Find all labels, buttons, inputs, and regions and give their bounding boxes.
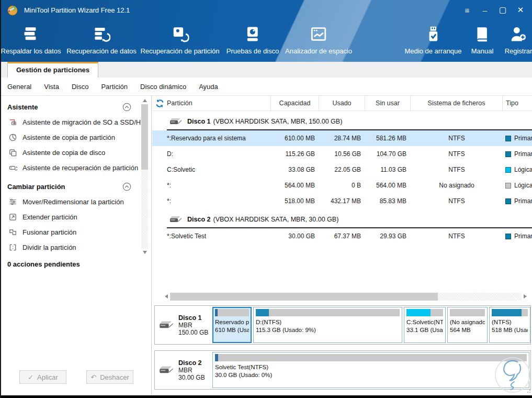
column-sistema-ficheros[interactable]: Sistema de ficheros [411, 96, 503, 111]
usage-bar [256, 309, 400, 316]
scrollbar-thumb[interactable] [141, 104, 148, 170]
table-row[interactable]: D: 115.26 GB 10.56 GB 104.70 GB NTFS Pri… [152, 146, 532, 162]
toolbar: Respaldar los datos Recuperación de dato… [1, 20, 532, 62]
type-color-swatch [505, 198, 511, 204]
sidebar-item-extender-particion[interactable]: Extender partición [1, 209, 151, 225]
section-asistente: Asistente [1, 99, 151, 115]
toolbar-medio-de-arranque[interactable]: Medio de arranque [404, 22, 461, 55]
sidebar-item-recuperacion-particion[interactable]: Asistente de recuperación de partición [1, 160, 151, 175]
content-area: Asistente Asistente de migración de SO a… [1, 95, 532, 395]
scroll-up-icon[interactable] [143, 99, 147, 102]
extend-partition-icon [8, 213, 17, 222]
scroll-left-icon[interactable] [165, 294, 168, 298]
toolbar-recuperacion-de-datos[interactable]: Recuperación de datos [66, 22, 137, 55]
sidebar-item-copia-disco[interactable]: Asistente de copia de disco [1, 145, 151, 160]
collapse-icon[interactable] [122, 103, 131, 112]
toolbar-respaldar-los-datos[interactable]: Respaldar los datos [1, 22, 61, 55]
copy-partition-icon [8, 133, 17, 142]
window-bottom-edge [1, 395, 532, 398]
sidebar-item-mover-redimensionar[interactable]: Mover/Redimensionar la partición [1, 194, 151, 209]
type-color-swatch [505, 183, 511, 189]
sidebar-item-dividir-particion[interactable]: Dividir la partición [1, 240, 151, 255]
recover-partition-icon [8, 163, 17, 172]
toolbar-manual[interactable]: Manual [471, 22, 494, 55]
sidebar-item-fusionar-particion[interactable]: Fusionar partición [1, 225, 151, 240]
refresh-icon[interactable] [155, 99, 164, 108]
menu-ayuda[interactable]: Ayuda [199, 83, 218, 91]
disk-icon [159, 365, 174, 375]
scroll-right-icon[interactable] [524, 294, 527, 298]
collapse-icon[interactable] [122, 182, 131, 191]
close-icon[interactable]: ✕ [513, 2, 528, 18]
register-user-icon [505, 22, 532, 46]
tab-gestion-de-particiones[interactable]: Gestión de particiones [7, 62, 98, 78]
titlebar: MiniTool Partition Wizard Free 12.1 ≡ – … [1, 0, 532, 20]
window-controls: ≡ – ▢ ✕ [460, 0, 528, 20]
data-recovery-icon [66, 22, 137, 46]
table-row[interactable]: *:Solvetic Test 30.00 GB 67.37 MB 29.93 … [152, 228, 532, 244]
sidebar-scrollbar[interactable] [141, 99, 148, 254]
disk-icon [169, 215, 183, 224]
usage-bar [450, 309, 485, 316]
maximize-icon[interactable]: ▢ [495, 2, 510, 18]
disk-icon [169, 117, 183, 126]
menu-disco-dinamico[interactable]: Disco dinámico [140, 83, 186, 91]
pending-operations-label: 0 acciones pendientes [1, 255, 151, 268]
partition-block-c-solvetic[interactable]: C:Solvetic(NT 33.1 GB (Usad [404, 307, 446, 343]
undo-button[interactable]: ↶ Deshacer [86, 370, 133, 384]
sidebar-item-copia-particion[interactable]: Asistente de copia de partición [1, 130, 151, 145]
menu-particion[interactable]: Partición [101, 83, 128, 91]
disk-label: Disco 1 MBR 150.00 GB [155, 306, 211, 344]
toolbar-recuperacion-de-particion[interactable]: Recuperación de partición [140, 22, 219, 55]
partition-recovery-icon [140, 22, 219, 46]
tab-strip: Gestión de particiones [1, 62, 532, 78]
menu-disco[interactable]: Disco [72, 83, 89, 91]
move-resize-icon [8, 197, 17, 206]
partition-block-ntfs-518[interactable]: (NTFS) 518 MB (Usac [489, 307, 530, 343]
column-capacidad[interactable]: Capacidad [271, 96, 319, 111]
partition-block-solvetic-test[interactable]: Solvetic Test(NTFS) 30.0 GB (Usado: 0%) [212, 352, 529, 388]
column-usado[interactable]: Usado [319, 96, 365, 111]
table-row[interactable]: *:Reservado para el sistema 610.00 MB 28… [152, 130, 532, 146]
merge-partition-icon [8, 228, 17, 237]
partition-table: Partición Capacidad Usado Sin usar Siste… [152, 96, 532, 396]
sidebar: Asistente Asistente de migración de SO a… [1, 96, 152, 396]
column-sin-usar[interactable]: Sin usar [365, 96, 411, 111]
toolbar-registrar[interactable]: Registrar [505, 22, 532, 55]
scrollbar-thumb[interactable] [170, 293, 438, 301]
apply-button[interactable]: ✓ Aplicar [19, 370, 66, 384]
app-window: MiniTool Partition Wizard Free 12.1 ≡ – … [0, 0, 532, 398]
type-color-swatch [505, 167, 511, 173]
toolbar-pruebas-de-disco[interactable]: Pruebas de disco [227, 22, 279, 55]
type-color-swatch [505, 151, 511, 157]
toolbar-analizador-de-espacio[interactable]: Analizador de espacio [285, 22, 352, 55]
disk-benchmark-icon [227, 22, 279, 46]
type-color-swatch [505, 234, 511, 239]
column-particion[interactable]: Partición [152, 96, 271, 111]
partition-block-no-asignado[interactable]: (No asignado 564 MB [447, 307, 488, 343]
resize-grip[interactable] [527, 389, 531, 393]
sidebar-item-migracion-so[interactable]: Asistente de migración de SO a SSD/HD [1, 115, 151, 130]
column-tipo[interactable]: Tipo [503, 96, 532, 111]
horizontal-scrollbar[interactable] [165, 293, 527, 301]
table-header: Partición Capacidad Usado Sin usar Siste… [152, 96, 532, 111]
disk-map-disco1: Disco 1 MBR 150.00 GB Reservado pa 610 M… [154, 305, 531, 345]
menu-vista[interactable]: Vista [44, 83, 59, 91]
disk-icon [159, 320, 174, 330]
bootable-media-icon [404, 22, 461, 46]
partition-block-reservado[interactable]: Reservado pa 610 MB (Usac [212, 307, 252, 343]
solvetic-watermark-logo [493, 355, 532, 395]
table-row[interactable]: C:Solvetic 33.08 GB 22.05 GB 11.03 GB NT… [152, 162, 532, 178]
menu-icon[interactable]: ≡ [460, 2, 474, 18]
menu-general[interactable]: General [7, 83, 31, 91]
scroll-down-icon[interactable] [143, 251, 147, 254]
copy-disk-icon [8, 148, 17, 157]
table-row[interactable]: *: 564.00 MB 0 B 564.00 MB No asignado L… [152, 178, 532, 193]
window-title: MiniTool Partition Wizard Free 12.1 [24, 6, 130, 14]
disk-group-header: Disco 1 (VBOX HARDDISK SATA, MBR, 150.00… [152, 114, 532, 129]
disk-label: Disco 2 MBR 30.00 GB [155, 351, 211, 389]
usage-bar [215, 354, 527, 361]
partition-block-d[interactable]: D:(NTFS) 115.3 GB (Usado: 9%) [253, 307, 402, 343]
table-row[interactable]: *: 518.00 MB 432.17 MB 85.83 MB NTFS Pri… [152, 193, 532, 209]
minimize-icon[interactable]: – [478, 2, 492, 18]
